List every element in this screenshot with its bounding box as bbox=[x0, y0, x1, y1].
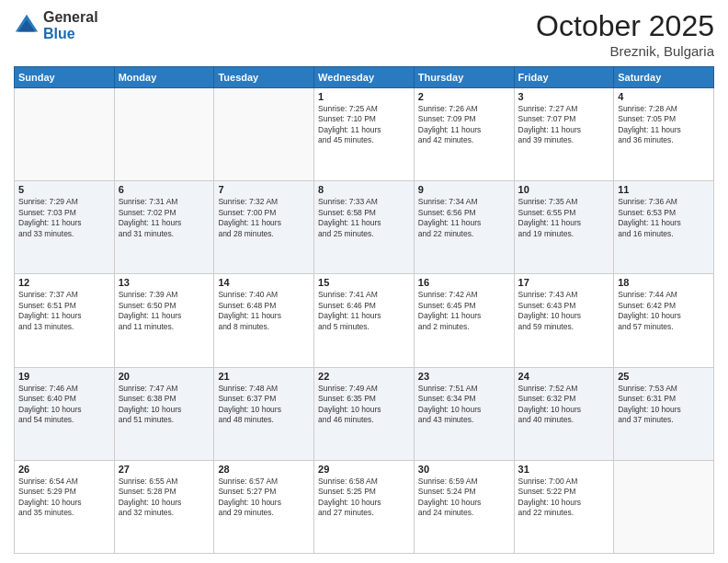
day-number: 23 bbox=[418, 371, 510, 382]
calendar-day-cell: 16Sunrise: 7:42 AMSunset: 6:45 PMDayligh… bbox=[414, 274, 514, 367]
calendar-day-cell: 14Sunrise: 7:40 AMSunset: 6:48 PMDayligh… bbox=[214, 274, 314, 367]
calendar-day-cell: 12Sunrise: 7:37 AMSunset: 6:51 PMDayligh… bbox=[15, 274, 115, 367]
header: General Blue October 2025 Breznik, Bulga… bbox=[14, 9, 714, 59]
calendar-day-cell: 13Sunrise: 7:39 AMSunset: 6:50 PMDayligh… bbox=[114, 274, 214, 367]
page: General Blue October 2025 Breznik, Bulga… bbox=[0, 0, 728, 563]
day-info: Sunrise: 7:42 AMSunset: 6:45 PMDaylight:… bbox=[418, 290, 510, 332]
day-number: 20 bbox=[119, 371, 210, 382]
col-saturday: Saturday bbox=[614, 67, 714, 88]
logo-general-text: General bbox=[43, 9, 98, 26]
day-info: Sunrise: 7:33 AMSunset: 6:58 PMDaylight:… bbox=[318, 197, 410, 239]
day-info: Sunrise: 7:39 AMSunset: 6:50 PMDaylight:… bbox=[119, 290, 210, 332]
calendar-day-cell: 1Sunrise: 7:25 AMSunset: 7:10 PMDaylight… bbox=[314, 88, 415, 181]
day-info: Sunrise: 7:48 AMSunset: 6:37 PMDaylight:… bbox=[218, 384, 310, 426]
day-info: Sunrise: 7:27 AMSunset: 7:07 PMDaylight:… bbox=[518, 104, 610, 146]
day-number: 9 bbox=[418, 184, 510, 195]
day-number: 2 bbox=[418, 91, 510, 102]
calendar-day-cell: 25Sunrise: 7:53 AMSunset: 6:31 PMDayligh… bbox=[614, 367, 714, 460]
col-sunday: Sunday bbox=[15, 67, 115, 88]
calendar-day-cell: 29Sunrise: 6:58 AMSunset: 5:25 PMDayligh… bbox=[314, 460, 415, 553]
day-info: Sunrise: 7:49 AMSunset: 6:35 PMDaylight:… bbox=[318, 384, 410, 426]
calendar-week-row: 1Sunrise: 7:25 AMSunset: 7:10 PMDaylight… bbox=[15, 88, 714, 181]
day-info: Sunrise: 7:37 AMSunset: 6:51 PMDaylight:… bbox=[18, 290, 110, 332]
day-info: Sunrise: 7:29 AMSunset: 7:03 PMDaylight:… bbox=[18, 197, 110, 239]
day-info: Sunrise: 7:26 AMSunset: 7:09 PMDaylight:… bbox=[418, 104, 510, 146]
day-info: Sunrise: 6:59 AMSunset: 5:24 PMDaylight:… bbox=[418, 477, 510, 519]
col-friday: Friday bbox=[514, 67, 614, 88]
day-number: 22 bbox=[318, 371, 410, 382]
calendar-day-cell: 27Sunrise: 6:55 AMSunset: 5:28 PMDayligh… bbox=[114, 460, 214, 553]
day-number: 7 bbox=[218, 184, 310, 195]
day-info: Sunrise: 6:54 AMSunset: 5:29 PMDaylight:… bbox=[18, 477, 110, 519]
day-number: 18 bbox=[618, 277, 710, 288]
calendar-week-row: 19Sunrise: 7:46 AMSunset: 6:40 PMDayligh… bbox=[15, 367, 714, 460]
logo-text: General Blue bbox=[43, 9, 98, 41]
col-thursday: Thursday bbox=[414, 67, 514, 88]
day-number: 28 bbox=[218, 464, 310, 475]
day-info: Sunrise: 7:44 AMSunset: 6:42 PMDaylight:… bbox=[618, 290, 710, 332]
calendar-day-cell: 10Sunrise: 7:35 AMSunset: 6:55 PMDayligh… bbox=[514, 181, 614, 274]
day-number: 29 bbox=[318, 464, 410, 475]
day-number: 4 bbox=[618, 91, 710, 102]
month-title: October 2025 bbox=[536, 9, 714, 43]
calendar-day-cell: 26Sunrise: 6:54 AMSunset: 5:29 PMDayligh… bbox=[15, 460, 115, 553]
calendar-day-cell bbox=[15, 88, 115, 181]
calendar-day-cell: 24Sunrise: 7:52 AMSunset: 6:32 PMDayligh… bbox=[514, 367, 614, 460]
day-number: 25 bbox=[618, 371, 710, 382]
day-number: 27 bbox=[119, 464, 210, 475]
day-info: Sunrise: 7:40 AMSunset: 6:48 PMDaylight:… bbox=[218, 290, 310, 332]
day-number: 12 bbox=[18, 277, 110, 288]
day-info: Sunrise: 7:34 AMSunset: 6:56 PMDaylight:… bbox=[418, 197, 510, 239]
calendar-day-cell: 15Sunrise: 7:41 AMSunset: 6:46 PMDayligh… bbox=[314, 274, 415, 367]
calendar-day-cell: 5Sunrise: 7:29 AMSunset: 7:03 PMDaylight… bbox=[15, 181, 115, 274]
calendar-day-cell: 18Sunrise: 7:44 AMSunset: 6:42 PMDayligh… bbox=[614, 274, 714, 367]
day-info: Sunrise: 7:53 AMSunset: 6:31 PMDaylight:… bbox=[618, 384, 710, 426]
day-info: Sunrise: 7:35 AMSunset: 6:55 PMDaylight:… bbox=[518, 197, 610, 239]
logo: General Blue bbox=[14, 9, 98, 41]
col-wednesday: Wednesday bbox=[314, 67, 415, 88]
calendar-day-cell: 20Sunrise: 7:47 AMSunset: 6:38 PMDayligh… bbox=[114, 367, 214, 460]
calendar-day-cell: 6Sunrise: 7:31 AMSunset: 7:02 PMDaylight… bbox=[114, 181, 214, 274]
day-info: Sunrise: 7:51 AMSunset: 6:34 PMDaylight:… bbox=[418, 384, 510, 426]
day-number: 21 bbox=[218, 371, 310, 382]
day-number: 11 bbox=[618, 184, 710, 195]
calendar-week-row: 26Sunrise: 6:54 AMSunset: 5:29 PMDayligh… bbox=[15, 460, 714, 553]
day-number: 17 bbox=[518, 277, 610, 288]
title-block: October 2025 Breznik, Bulgaria bbox=[536, 9, 714, 59]
calendar-day-cell: 28Sunrise: 6:57 AMSunset: 5:27 PMDayligh… bbox=[214, 460, 314, 553]
day-info: Sunrise: 7:36 AMSunset: 6:53 PMDaylight:… bbox=[618, 197, 710, 239]
day-number: 14 bbox=[218, 277, 310, 288]
calendar-day-cell: 11Sunrise: 7:36 AMSunset: 6:53 PMDayligh… bbox=[614, 181, 714, 274]
day-info: Sunrise: 7:28 AMSunset: 7:05 PMDaylight:… bbox=[618, 104, 710, 146]
day-number: 16 bbox=[418, 277, 510, 288]
calendar-day-cell bbox=[114, 88, 214, 181]
day-number: 3 bbox=[518, 91, 610, 102]
calendar-day-cell: 3Sunrise: 7:27 AMSunset: 7:07 PMDaylight… bbox=[514, 88, 614, 181]
day-number: 15 bbox=[318, 277, 410, 288]
day-info: Sunrise: 7:46 AMSunset: 6:40 PMDaylight:… bbox=[18, 384, 110, 426]
calendar-day-cell: 30Sunrise: 6:59 AMSunset: 5:24 PMDayligh… bbox=[414, 460, 514, 553]
day-info: Sunrise: 6:58 AMSunset: 5:25 PMDaylight:… bbox=[318, 477, 410, 519]
calendar-week-row: 5Sunrise: 7:29 AMSunset: 7:03 PMDaylight… bbox=[15, 181, 714, 274]
calendar-day-cell: 31Sunrise: 7:00 AMSunset: 5:22 PMDayligh… bbox=[514, 460, 614, 553]
day-number: 1 bbox=[318, 91, 410, 102]
calendar-day-cell: 9Sunrise: 7:34 AMSunset: 6:56 PMDaylight… bbox=[414, 181, 514, 274]
day-number: 6 bbox=[119, 184, 210, 195]
calendar-day-cell: 19Sunrise: 7:46 AMSunset: 6:40 PMDayligh… bbox=[15, 367, 115, 460]
day-info: Sunrise: 7:32 AMSunset: 7:00 PMDaylight:… bbox=[218, 197, 310, 239]
calendar-day-cell: 17Sunrise: 7:43 AMSunset: 6:43 PMDayligh… bbox=[514, 274, 614, 367]
day-info: Sunrise: 6:57 AMSunset: 5:27 PMDaylight:… bbox=[218, 477, 310, 519]
day-info: Sunrise: 7:31 AMSunset: 7:02 PMDaylight:… bbox=[119, 197, 210, 239]
day-info: Sunrise: 7:52 AMSunset: 6:32 PMDaylight:… bbox=[518, 384, 610, 426]
day-info: Sunrise: 7:43 AMSunset: 6:43 PMDaylight:… bbox=[518, 290, 610, 332]
calendar-header-row: Sunday Monday Tuesday Wednesday Thursday… bbox=[15, 67, 714, 88]
logo-icon bbox=[14, 13, 40, 39]
calendar-day-cell: 21Sunrise: 7:48 AMSunset: 6:37 PMDayligh… bbox=[214, 367, 314, 460]
calendar-day-cell: 8Sunrise: 7:33 AMSunset: 6:58 PMDaylight… bbox=[314, 181, 415, 274]
col-monday: Monday bbox=[114, 67, 214, 88]
calendar-day-cell: 23Sunrise: 7:51 AMSunset: 6:34 PMDayligh… bbox=[414, 367, 514, 460]
day-number: 30 bbox=[418, 464, 510, 475]
day-info: Sunrise: 6:55 AMSunset: 5:28 PMDaylight:… bbox=[119, 477, 210, 519]
day-info: Sunrise: 7:41 AMSunset: 6:46 PMDaylight:… bbox=[318, 290, 410, 332]
col-tuesday: Tuesday bbox=[214, 67, 314, 88]
